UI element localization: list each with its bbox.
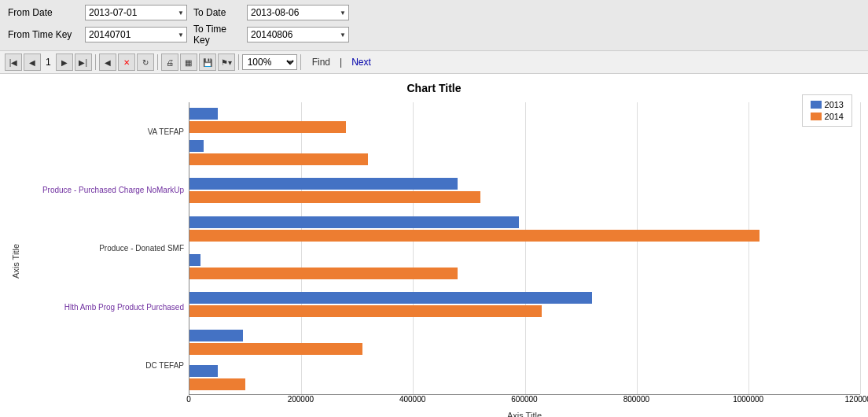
x-label-200k: 200000 — [288, 395, 314, 404]
y-label-hlth: Hlth Amb Prog Product Purchased — [24, 303, 184, 312]
legend-color-2013 — [811, 101, 822, 109]
bar-dc-tefap-2-2013 — [189, 330, 243, 341]
x-label-400k: 400000 — [399, 395, 425, 404]
bar-dc-tefap-1-2013 — [189, 292, 592, 304]
legend-item-2013: 2013 — [811, 100, 844, 109]
bar-dc-tefap-1-2014 — [189, 305, 542, 317]
x-axis-title: Axis Title — [24, 411, 860, 417]
bar-produce-large-2013 — [189, 178, 458, 190]
bar-produce-donated-2013 — [189, 216, 519, 228]
grid-line-6 — [860, 102, 861, 394]
legend-color-2014 — [811, 113, 822, 120]
bar-va-tefap-2014 — [189, 121, 346, 133]
date-row: From Date 2013-07-01 To Date 2013-08-06 — [8, 5, 860, 20]
from-key-select[interactable]: 20140701 — [85, 27, 187, 42]
chart-container: Chart Title Axis Title VA TEFAP Produce … — [8, 82, 860, 417]
back-button[interactable]: ◀ — [99, 54, 116, 71]
bar-group-produce-charge — [189, 140, 860, 166]
bar-dc-tefap-2-2014 — [189, 343, 362, 355]
toolbar-separator-1 — [95, 54, 96, 70]
bar-produce-donated-2014 — [189, 230, 760, 242]
next-page-button[interactable]: ▶ — [56, 54, 73, 71]
x-label-800k: 800000 — [623, 395, 649, 404]
to-date-select[interactable]: 2013-08-06 — [247, 5, 349, 20]
page-number: 1 — [46, 57, 51, 68]
legend-label-2013: 2013 — [825, 100, 844, 109]
stop-button[interactable]: ✕ — [118, 54, 135, 71]
next-label[interactable]: Next — [351, 57, 371, 68]
bar-hlth-2013 — [189, 254, 200, 266]
last-page-button[interactable]: ▶| — [75, 54, 92, 71]
find-separator: | — [340, 57, 342, 68]
legend: 2013 2014 — [802, 94, 852, 127]
bar-group-produce-large — [189, 178, 860, 204]
y-labels: VA TEFAP Produce - Purchased Charge NoMa… — [24, 102, 189, 395]
from-date-label: From Date — [8, 7, 79, 18]
y-label-produce-donated: Produce - Donated SMF — [24, 244, 184, 253]
bar-va-tefap-2013 — [189, 108, 218, 120]
bar-group-va-tefap — [189, 108, 860, 134]
chart-inner: VA TEFAP Produce - Purchased Charge NoMa… — [24, 102, 860, 417]
bar-group-dc-tefap-2 — [189, 330, 860, 356]
bar-hlth-2014 — [189, 268, 458, 279]
bar-produce-charge-2014 — [189, 153, 368, 165]
from-date-select[interactable]: 2013-07-01 — [85, 5, 187, 20]
zoom-select[interactable]: 100% — [242, 54, 297, 70]
to-key-label: To Time Key — [193, 24, 241, 46]
top-controls: From Date 2013-07-01 To Date 2013-08-06 … — [0, 0, 868, 51]
print-button[interactable]: 🖨 — [161, 54, 178, 71]
bar-produce-charge-2013 — [189, 140, 204, 152]
key-row: From Time Key 20140701 To Time Key 20140… — [8, 24, 860, 46]
layout-button[interactable]: ▦ — [180, 54, 197, 71]
first-page-button[interactable]: |◀ — [5, 54, 22, 71]
y-label-va-tefap: VA TEFAP — [24, 127, 184, 136]
prev-page-button[interactable]: ◀ — [24, 54, 41, 71]
from-date-wrapper[interactable]: 2013-07-01 — [85, 5, 187, 20]
bar-dc-tefap-3-2014 — [189, 378, 245, 390]
bars-area — [189, 102, 860, 395]
from-key-label: From Time Key — [8, 29, 79, 40]
chart-title: Chart Title — [407, 82, 462, 94]
x-label-600k: 600000 — [511, 395, 537, 404]
export-button[interactable]: 💾 — [199, 54, 216, 71]
chart-plot-area: VA TEFAP Produce - Purchased Charge NoMa… — [24, 102, 860, 395]
legend-label-2014: 2014 — [825, 112, 844, 121]
zoom-wrapper[interactable]: 100% — [242, 54, 297, 70]
bar-group-hlth — [189, 254, 860, 280]
x-label-1200k: 1200000 — [845, 395, 868, 404]
from-key-wrapper[interactable]: 20140701 — [85, 27, 187, 42]
bar-produce-large-2014 — [189, 191, 480, 203]
toolbar-separator-4 — [300, 54, 301, 70]
to-key-wrapper[interactable]: 20140806 — [247, 27, 349, 42]
toolbar: |◀ ◀ 1 ▶ ▶| ◀ ✕ ↻ 🖨 ▦ 💾 ⚑▾ 100% Find | N… — [0, 51, 868, 74]
bar-group-dc-tefap-1 — [189, 292, 860, 318]
bar-group-produce-donated — [189, 216, 860, 242]
legend-item-2014: 2014 — [811, 112, 844, 121]
y-label-produce-charged: Produce - Purchased Charge NoMarkUp — [24, 186, 184, 194]
nav-button[interactable]: ⚑▾ — [218, 54, 235, 71]
to-date-wrapper[interactable]: 2013-08-06 — [247, 5, 349, 20]
to-key-select[interactable]: 20140806 — [247, 27, 349, 42]
refresh-button[interactable]: ↻ — [137, 54, 154, 71]
toolbar-separator-2 — [157, 54, 158, 70]
main-content: Chart Title Axis Title VA TEFAP Produce … — [0, 74, 868, 417]
chart-body: Axis Title VA TEFAP Produce - Purchased … — [8, 102, 860, 417]
x-axis-labels-row: 0 200000 400000 600000 800000 1000000 12… — [189, 395, 860, 411]
bar-dc-tefap-3-2013 — [189, 365, 218, 377]
y-label-dc-tefap: DC TEFAP — [24, 361, 184, 370]
x-axis-labels-inner: 0 200000 400000 600000 800000 1000000 12… — [189, 395, 860, 411]
find-label: Find — [312, 57, 330, 68]
to-date-label: To Date — [193, 7, 241, 18]
y-axis-title: Axis Title — [8, 102, 24, 417]
x-label-1000k: 1000000 — [733, 395, 763, 404]
toolbar-separator-3 — [238, 54, 239, 70]
x-label-0: 0 — [186, 395, 191, 404]
bar-group-dc-tefap-3 — [189, 365, 860, 391]
